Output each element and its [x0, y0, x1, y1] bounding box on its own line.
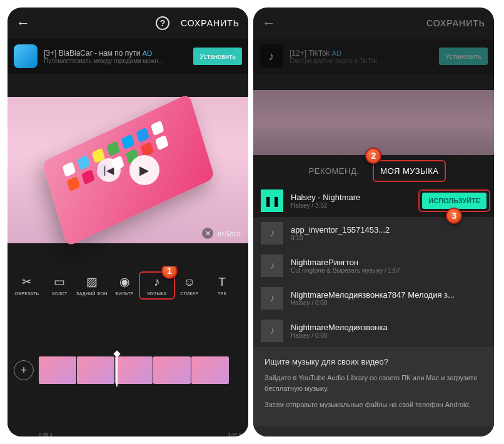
ad-subtitle: Путешествовать между городами можн...: [44, 58, 187, 64]
help-panel: Ищите музыку для своих видео? Зайдите в …: [253, 347, 494, 426]
track-subtitle: Cut ringtone & Вырезать музыку / 1:07: [291, 267, 486, 274]
tool-music[interactable]: 1 ♪МУЗЫКА: [141, 275, 173, 296]
sticker-icon: ☺: [183, 275, 195, 289]
music-note-icon: ♪: [261, 320, 283, 342]
tool-background[interactable]: ▨ЗАДНИЙ ФОН: [76, 275, 108, 296]
ad-banner[interactable]: ♪ [12+] TikTok AD Смотри крутые видео в …: [253, 39, 494, 74]
clip[interactable]: [39, 356, 76, 384]
add-clip-button[interactable]: +: [14, 360, 34, 380]
close-icon[interactable]: ✕: [202, 228, 213, 239]
time-labels: 0:28.11:51.5: [39, 432, 242, 436]
phone-right: ← СОХРАНИТЬ ♪ [12+] TikTok AD Смотри кру…: [253, 8, 494, 436]
watermark[interactable]: ✕ InShot: [202, 228, 241, 239]
back-icon[interactable]: ←: [262, 15, 276, 31]
ad-title: [12+] TikTok AD: [290, 49, 433, 58]
music-note-icon: ♪: [261, 255, 283, 277]
help-text: Зайдите в YouTube Audio Library со своег…: [265, 373, 483, 393]
clip[interactable]: [191, 356, 229, 384]
music-tabs: РЕКОМЕНД. 2 МОЯ МУЗЫКА: [253, 155, 494, 184]
scissors-icon: ✂: [22, 275, 32, 289]
timeline[interactable]: + 0:28.11:51.5: [8, 304, 248, 436]
clip[interactable]: [153, 356, 191, 384]
ad-app-icon: ♪: [260, 44, 283, 68]
header: ← СОХРАНИТЬ: [253, 8, 494, 39]
tool-filter[interactable]: ◉ФИЛЬТР: [109, 275, 140, 296]
track-title: NightmareМелодиязвонка7847 Мелодия з...: [291, 290, 486, 300]
track-title: NightmareМелодиязвонка: [291, 323, 486, 332]
play-button[interactable]: ▶: [129, 155, 159, 185]
text-icon: T: [218, 275, 226, 289]
video-preview[interactable]: |◀ ▶ ✕ InShot: [8, 74, 248, 266]
track-subtitle: Halsey / 0:00: [291, 300, 486, 306]
pause-icon[interactable]: ❚❚: [261, 189, 283, 212]
tool-crop[interactable]: ✂ОБРЕЗАТЬ: [11, 275, 43, 296]
playhead[interactable]: [116, 354, 118, 386]
music-note-icon: ♪: [261, 222, 283, 245]
previous-button[interactable]: |◀: [97, 158, 121, 182]
tab-recommended[interactable]: РЕКОМЕНД.: [308, 164, 361, 178]
help-text: Затем отправьте музыкальные файлы на сво…: [265, 400, 483, 410]
save-button[interactable]: СОХРАНИТЬ: [426, 18, 485, 28]
track-item[interactable]: ♪ NightmareРингтонCut ringtone & Вырезат…: [253, 250, 494, 282]
track-list: ❚❚ Halsey - Nightmare Halsey / 3:52 3 ИС…: [253, 184, 494, 436]
header: ← ? СОХРАНИТЬ: [8, 8, 248, 39]
tool-text[interactable]: TТЕК: [206, 275, 238, 296]
track-title: NightmareРингтон: [291, 258, 486, 267]
phone-left: ← ? СОХРАНИТЬ [3+] BlaBlaCar - нам по пу…: [8, 8, 248, 436]
track-item[interactable]: ♪ NightmareМелодиязвонка7847 Мелодия з..…: [253, 282, 494, 315]
install-button[interactable]: Установить: [193, 48, 242, 65]
track-title: app_inventor_15571453...2: [291, 225, 486, 235]
help-title: Ищите музыку для своих видео?: [265, 357, 483, 366]
back-icon[interactable]: ←: [16, 15, 30, 31]
ad-banner[interactable]: [3+] BlaBlaCar - нам по пути AD Путешест…: [8, 39, 248, 74]
background-icon: ▨: [86, 275, 98, 289]
ad-subtitle: Смотри крутые видео в TikTok...: [290, 58, 433, 64]
clip[interactable]: [115, 356, 153, 384]
ad-title: [3+] BlaBlaCar - нам по пути AD: [44, 49, 187, 58]
clips-track[interactable]: [39, 356, 242, 384]
canvas-icon: ▭: [54, 275, 65, 289]
install-button[interactable]: Установить: [439, 48, 488, 65]
track-item[interactable]: ❚❚ Halsey - Nightmare Halsey / 3:52 3 ИС…: [253, 184, 494, 217]
help-icon[interactable]: ?: [156, 16, 169, 30]
clip[interactable]: [77, 356, 114, 384]
track-subtitle: 0:10: [291, 235, 486, 241]
track-item[interactable]: ♪ NightmareМелодиязвонкаHalsey / 0:00: [253, 315, 494, 347]
filter-icon: ◉: [119, 275, 130, 289]
track-title: Halsey - Nightmare: [291, 193, 415, 202]
track-subtitle: Halsey / 3:52: [291, 202, 415, 209]
tool-canvas[interactable]: ▭ХОЛСТ: [44, 275, 75, 296]
tool-sticker[interactable]: ☺СТИКЕР: [174, 275, 205, 296]
video-preview-dimmed: [253, 74, 494, 155]
track-subtitle: Halsey / 0:00: [291, 332, 486, 339]
editor-toolbar: ✂ОБРЕЗАТЬ ▭ХОЛСТ ▨ЗАДНИЙ ФОН ◉ФИЛЬТР 1 ♪…: [8, 266, 248, 304]
music-note-icon: ♪: [261, 287, 283, 310]
save-button[interactable]: СОХРАНИТЬ: [181, 18, 239, 28]
ad-app-icon: [14, 44, 38, 68]
